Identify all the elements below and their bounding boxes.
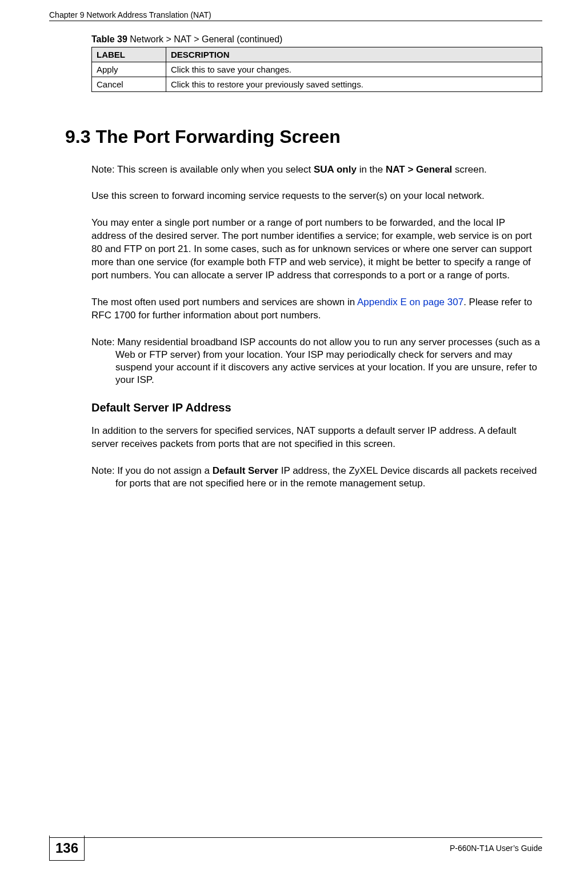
- note-bold: NAT > General: [386, 164, 452, 175]
- note-bold: Default Server: [213, 465, 278, 476]
- table-number: Table 39: [91, 34, 127, 44]
- settings-table: LABEL DESCRIPTION Apply Click this to sa…: [91, 47, 542, 92]
- note-availability: Note: This screen is available only when…: [115, 163, 542, 176]
- table-title: Network > NAT > General (continued): [127, 34, 283, 44]
- cell-desc: Click this to restore your previously sa…: [166, 77, 542, 92]
- paragraph: In addition to the servers for specified…: [91, 425, 542, 451]
- table-header-label: LABEL: [92, 47, 166, 62]
- page-number: 136: [49, 836, 85, 861]
- note-default-server: Note: If you do not assign a Default Ser…: [115, 465, 542, 490]
- cell-desc: Click this to save your changes.: [166, 62, 542, 77]
- note-text: Note: This screen is available only when…: [91, 164, 314, 175]
- table-row: Cancel Click this to restore your previo…: [92, 77, 542, 92]
- cell-label: Apply: [92, 62, 166, 77]
- note-bold: SUA only: [314, 164, 357, 175]
- appendix-link[interactable]: Appendix E on page 307: [357, 297, 463, 307]
- table-header-description: DESCRIPTION: [166, 47, 542, 62]
- section-heading: 9.3 The Port Forwarding Screen: [65, 126, 542, 147]
- footer-guide-title: P-660N-T1A User’s Guide: [450, 844, 542, 853]
- table-caption: Table 39 Network > NAT > General (contin…: [91, 34, 542, 45]
- header-rule: [49, 21, 542, 21]
- paragraph: The most often used port numbers and ser…: [91, 296, 542, 322]
- running-header: Chapter 9 Network Address Translation (N…: [49, 10, 211, 19]
- note-isp: Note: Many residential broadband ISP acc…: [115, 336, 542, 386]
- table-row: Apply Click this to save your changes.: [92, 62, 542, 77]
- note-text: screen.: [452, 164, 486, 175]
- paragraph: Use this screen to forward incoming serv…: [91, 190, 542, 203]
- paragraph: You may enter a single port number or a …: [91, 217, 542, 282]
- subheading-default-server: Default Server IP Address: [91, 401, 542, 414]
- cell-label: Cancel: [92, 77, 166, 92]
- text: The most often used port numbers and ser…: [91, 297, 357, 307]
- note-text: Note: If you do not assign a: [91, 465, 213, 476]
- note-text: in the: [357, 164, 386, 175]
- footer-rule: [49, 837, 542, 838]
